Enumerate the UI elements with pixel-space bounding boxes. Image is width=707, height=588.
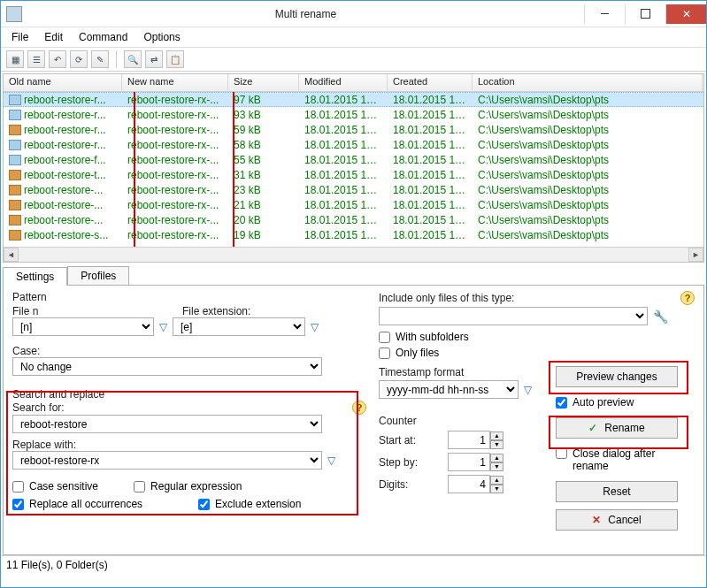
menu-options[interactable]: Options <box>136 29 187 45</box>
reset-button[interactable]: Reset <box>556 481 678 502</box>
toolbar-btn-8[interactable]: 📋 <box>166 50 184 68</box>
regex-checkbox[interactable]: Regular expression <box>134 480 242 493</box>
rename-button[interactable]: ✓Rename <box>556 417 678 439</box>
help-icon[interactable]: ? <box>352 401 366 415</box>
help-icon-2[interactable]: ? <box>680 291 695 305</box>
toolbar-btn-7[interactable]: ⇄ <box>145 50 163 68</box>
col-new[interactable]: New name <box>122 74 228 91</box>
menubar: File Edit Command Options <box>1 27 706 47</box>
minimize-button[interactable] <box>584 4 625 24</box>
table-row[interactable]: reboot-restore-r...reboot-restore-rx-...… <box>4 107 703 122</box>
case-sensitive-checkbox[interactable]: Case sensitive <box>12 480 98 493</box>
check-icon: ✓ <box>588 422 597 434</box>
case-select[interactable]: No change <box>12 357 322 376</box>
menu-file[interactable]: File <box>4 29 35 45</box>
col-size[interactable]: Size <box>228 74 299 91</box>
search-group-label: Search and replace <box>12 388 104 401</box>
toolbar-btn-4[interactable]: ⟳ <box>70 50 88 68</box>
replacewith-label: Replace with: <box>12 439 366 451</box>
scroll-left-icon[interactable]: ◄ <box>4 248 19 262</box>
toolbar-btn-5[interactable]: ✎ <box>91 50 109 68</box>
case-label: Case: <box>12 345 366 357</box>
table-row[interactable]: reboot-restore-...reboot-restore-rx-...2… <box>4 197 703 212</box>
scroll-right-icon[interactable]: ► <box>688 248 703 262</box>
step-by-spinner[interactable]: ▲▼ <box>448 453 503 471</box>
pattern-group-label: Pattern <box>12 291 366 303</box>
start-at-label: Start at: <box>379 434 442 447</box>
tabs: Settings Profiles <box>3 266 704 285</box>
extension-dropdown-icon[interactable]: ▽ <box>311 321 319 333</box>
filename-pattern-input[interactable]: [n] <box>12 317 154 336</box>
menu-edit[interactable]: Edit <box>37 29 70 45</box>
auto-preview-checkbox[interactable]: Auto preview <box>556 396 688 409</box>
replace-all-checkbox[interactable]: Replace all occurrences <box>12 498 189 510</box>
file-list: Old name New name Size Modified Created … <box>3 73 704 263</box>
window-title: Multi rename <box>27 8 584 20</box>
searchfor-label: Search for: <box>12 401 347 414</box>
settings-panel: Settings Profiles Pattern File n File ex… <box>1 263 706 555</box>
status-text: 11 File(s), 0 Folder(s) <box>6 559 108 571</box>
preview-changes-button[interactable]: Preview changes <box>556 366 678 387</box>
only-files-checkbox[interactable]: Only files <box>379 347 695 359</box>
filename-dropdown-icon[interactable]: ▽ <box>159 321 167 333</box>
extension-pattern-input[interactable]: [e] <box>173 317 305 336</box>
titlebar: Multi rename <box>1 1 706 27</box>
counter-group-label: Counter <box>379 415 538 427</box>
maximize-button[interactable] <box>625 4 665 24</box>
tab-settings[interactable]: Settings <box>3 267 67 286</box>
table-row[interactable]: reboot-restore-f...reboot-restore-rx-...… <box>4 152 703 167</box>
app-icon <box>6 6 22 22</box>
toolbar: ▦ ☰ ↶ ⟳ ✎ 🔍 ⇄ 📋 <box>1 47 706 72</box>
col-modified[interactable]: Modified <box>299 74 388 91</box>
replacewith-dropdown-icon[interactable]: ▽ <box>327 454 335 467</box>
menu-command[interactable]: Command <box>72 29 134 45</box>
table-row[interactable]: reboot-restore-r...reboot-restore-rx-...… <box>4 92 703 107</box>
table-row[interactable]: reboot-restore-...reboot-restore-rx-...2… <box>4 182 703 197</box>
col-old[interactable]: Old name <box>4 74 122 91</box>
table-row[interactable]: reboot-restore-r...reboot-restore-rx-...… <box>4 122 703 137</box>
digits-label: Digits: <box>379 478 442 491</box>
include-filter-input[interactable] <box>379 307 648 325</box>
cancel-button[interactable]: ✕Cancel <box>556 509 678 531</box>
table-row[interactable]: reboot-restore-s...reboot-restore-rx-...… <box>4 227 703 242</box>
window-buttons <box>584 4 706 24</box>
table-row[interactable]: reboot-restore-r...reboot-restore-rx-...… <box>4 137 703 152</box>
timestamp-format-input[interactable]: yyyy-mm-dd hh-nn-ss <box>379 380 519 399</box>
start-at-spinner[interactable]: ▲▼ <box>448 431 503 449</box>
close-after-checkbox[interactable]: Close dialog after rename <box>556 447 688 472</box>
timestamp-dropdown-icon[interactable]: ▽ <box>524 384 532 396</box>
step-by-label: Step by: <box>379 456 442 469</box>
statusbar: 11 File(s), 0 Folder(s) <box>1 555 706 573</box>
replacewith-input[interactable]: reboot-restore-rx <box>12 451 322 470</box>
tab-profiles[interactable]: Profiles <box>67 266 129 285</box>
list-body[interactable]: reboot-restore-r...reboot-restore-rx-...… <box>4 92 703 247</box>
table-row[interactable]: reboot-restore-...reboot-restore-rx-...2… <box>4 212 703 227</box>
horizontal-scrollbar[interactable]: ◄ ► <box>4 247 703 262</box>
filter-config-icon[interactable]: 🔧 <box>653 309 668 324</box>
list-header: Old name New name Size Modified Created … <box>4 74 703 92</box>
col-created[interactable]: Created <box>388 74 473 91</box>
digits-spinner[interactable]: ▲▼ <box>448 475 503 493</box>
toolbar-btn-6[interactable]: 🔍 <box>124 50 142 68</box>
toolbar-btn-1[interactable]: ▦ <box>6 50 24 68</box>
exclude-ext-checkbox[interactable]: Exclude extension <box>198 498 301 510</box>
extension-label: File extension: <box>182 305 331 317</box>
x-icon: ✕ <box>592 514 601 526</box>
include-label: Include only files of this type: <box>379 292 675 304</box>
close-button[interactable] <box>665 4 706 24</box>
table-row[interactable]: reboot-restore-t...reboot-restore-rx-...… <box>4 167 703 182</box>
filename-label: File n <box>12 305 177 317</box>
searchfor-input[interactable]: reboot-restore <box>12 415 322 433</box>
col-location[interactable]: Location <box>473 74 703 91</box>
toolbar-btn-2[interactable]: ☰ <box>27 50 45 68</box>
toolbar-btn-3[interactable]: ↶ <box>49 50 66 68</box>
timestamp-group-label: Timestamp format <box>379 366 538 378</box>
with-subfolders-checkbox[interactable]: With subfolders <box>379 331 695 343</box>
